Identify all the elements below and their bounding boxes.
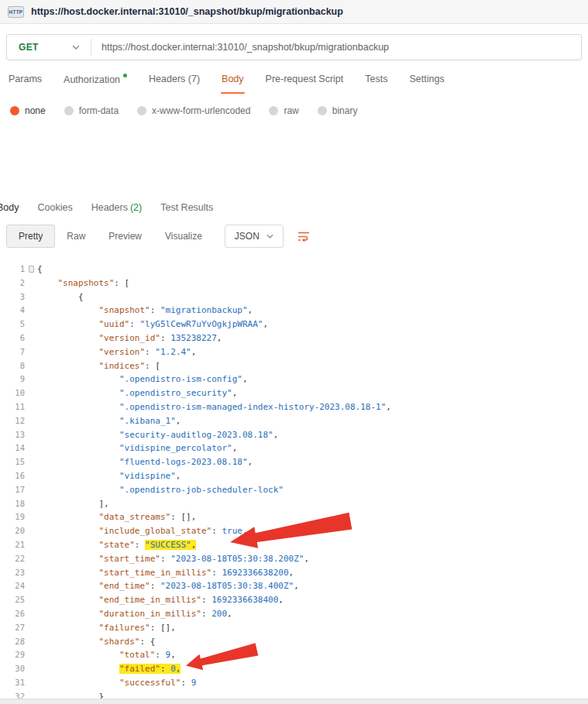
code-text: "snapshot": "migrationbackup",: [37, 304, 253, 318]
fold-column: [25, 400, 37, 414]
body-type-binary[interactable]: binary: [318, 105, 358, 116]
view-mode-group: PrettyRawPreviewVisualize: [6, 225, 214, 248]
request-tabs: ParamsAuthorizationHeaders (7)BodyPre-re…: [6, 60, 582, 94]
view-mode-preview[interactable]: Preview: [97, 225, 153, 248]
line-number: 24: [0, 579, 25, 593]
code-text: "failures": [],: [37, 621, 176, 635]
code-line: 18 ],: [0, 497, 588, 511]
body-type-x-www-form-urlencoded[interactable]: x-www-form-urlencoded: [137, 105, 250, 116]
line-number: 22: [0, 552, 25, 566]
code-line: 7 "version": "1.2.4",: [0, 345, 588, 359]
code-line: 22 "start_time": "2023-08-18T05:30:38.20…: [0, 552, 588, 566]
wrap-text-icon[interactable]: [297, 230, 311, 243]
fold-column: [25, 648, 37, 662]
request-tab-params[interactable]: Params: [9, 74, 42, 94]
request-tab-tests[interactable]: Tests: [365, 74, 387, 94]
window-title-bar: HTTP https://host.docker.internal:31010/…: [0, 0, 588, 24]
response-tabs: BodyCookiesHeaders(2)Test Results: [0, 197, 588, 218]
bottom-scrollbar-area[interactable]: [0, 699, 588, 704]
fold-column: [25, 414, 37, 428]
response-tab-cookies[interactable]: Cookies: [38, 202, 73, 213]
request-panel: GET https://host.docker.internal:31010/_…: [0, 24, 588, 127]
line-number: 11: [0, 400, 25, 414]
line-number: 27: [0, 621, 25, 635]
line-number: 26: [0, 607, 25, 621]
view-mode-visualize[interactable]: Visualize: [153, 225, 214, 248]
code-text: "start_time": "2023-08-18T05:30:38.200Z"…: [37, 552, 309, 566]
request-title-url: https://host.docker.internal:31010/_snap…: [31, 6, 343, 17]
tab-label: Pre-request Script: [266, 74, 344, 84]
tab-label: Authorization: [64, 74, 120, 85]
code-line: 21 "state": "SUCCESS",: [0, 538, 588, 552]
line-number: 20: [0, 524, 25, 538]
line-number: 3: [0, 290, 25, 304]
response-body-json: 1{2 "snapshots": [3 {4 "snapshot": "migr…: [0, 256, 588, 704]
fold-column: [25, 386, 37, 400]
code-line: 30 "failed": 0,: [0, 662, 588, 676]
response-tab-headers[interactable]: Headers(2): [91, 202, 143, 213]
fold-column: [25, 607, 37, 621]
code-line: 31 "successful": 9: [0, 676, 588, 690]
response-tab-body[interactable]: Body: [0, 202, 19, 213]
code-text: "duration_in_millis": 200,: [37, 607, 232, 621]
tab-label: Body: [222, 74, 244, 84]
code-text: "include_global_state": true,: [37, 524, 248, 538]
code-line: 6 "version_id": 135238227,: [0, 331, 588, 345]
body-type-raw[interactable]: raw: [269, 105, 298, 116]
code-line: 27 "failures": [],: [0, 621, 588, 635]
body-type-none[interactable]: none: [10, 105, 46, 116]
line-number: 25: [0, 593, 25, 607]
body-type-label: form-data: [79, 105, 119, 116]
tab-label: Params: [9, 74, 42, 84]
radio-icon: [318, 106, 327, 115]
line-number: 29: [0, 648, 25, 662]
request-body-empty-area: [0, 127, 588, 197]
body-type-form-data[interactable]: form-data: [64, 105, 119, 116]
line-number: 28: [0, 635, 25, 649]
request-tab-headers-7[interactable]: Headers (7): [149, 74, 200, 94]
response-tab-test-results[interactable]: Test Results: [160, 202, 213, 213]
code-text: ".opendistro-ism-managed-index-history-2…: [37, 400, 391, 414]
fold-icon[interactable]: [29, 266, 34, 273]
request-tab-authorization[interactable]: Authorization: [64, 74, 127, 94]
auth-status-dot: [123, 74, 127, 77]
tab-label: Test Results: [160, 202, 213, 213]
fold-column: [25, 469, 37, 483]
line-number: 13: [0, 428, 25, 442]
request-tab-body[interactable]: Body: [222, 74, 244, 94]
code-text: "version": "1.2.4",: [37, 345, 196, 359]
format-dropdown[interactable]: JSON: [225, 225, 284, 248]
url-row: GET https://host.docker.internal:31010/_…: [6, 34, 582, 60]
method-select[interactable]: GET: [7, 35, 91, 60]
code-line: 10 ".opendistro_security",: [0, 386, 588, 400]
url-input[interactable]: https://host.docker.internal:31010/_snap…: [91, 35, 581, 60]
code-line: 5 "uuid": "lyG5lCewR7uYvOgkjpWRAA",: [0, 318, 588, 331]
code-line: 25 "end_time_in_millis": 1692336638400,: [0, 593, 588, 607]
tab-count: (2): [130, 202, 142, 213]
line-number: 9: [0, 373, 25, 386]
code-text: ".opendistro-job-scheduler-lock": [37, 483, 284, 497]
line-number: 31: [0, 676, 25, 690]
chevron-down-icon: [266, 234, 273, 239]
code-line: 13 "security-auditlog-2023.08.18",: [0, 428, 588, 442]
code-line: 3 {: [0, 290, 588, 304]
http-request-icon: HTTP: [8, 6, 24, 18]
fold-column: [25, 524, 37, 538]
request-tab-pre-request-script[interactable]: Pre-request Script: [266, 74, 344, 94]
code-line: 11 ".opendistro-ism-managed-index-histor…: [0, 400, 588, 414]
code-line: 9 ".opendistro-ism-config",: [0, 373, 588, 386]
fold-column: [25, 276, 37, 290]
code-line: 15 "fluentd-logs-2023.08.18",: [0, 455, 588, 469]
view-mode-pretty[interactable]: Pretty: [6, 225, 55, 248]
tab-label: Cookies: [38, 202, 73, 213]
fold-column: [25, 497, 37, 511]
request-tab-settings[interactable]: Settings: [409, 74, 444, 94]
view-mode-raw[interactable]: Raw: [55, 225, 97, 248]
line-number: 19: [0, 510, 25, 524]
fold-column: [25, 359, 37, 373]
code-text: "data_streams": [],: [37, 510, 196, 524]
code-line: 1{: [0, 263, 588, 276]
fold-column: [25, 552, 37, 566]
code-line: 20 "include_global_state": true,: [0, 524, 588, 538]
code-text: {: [37, 290, 84, 304]
